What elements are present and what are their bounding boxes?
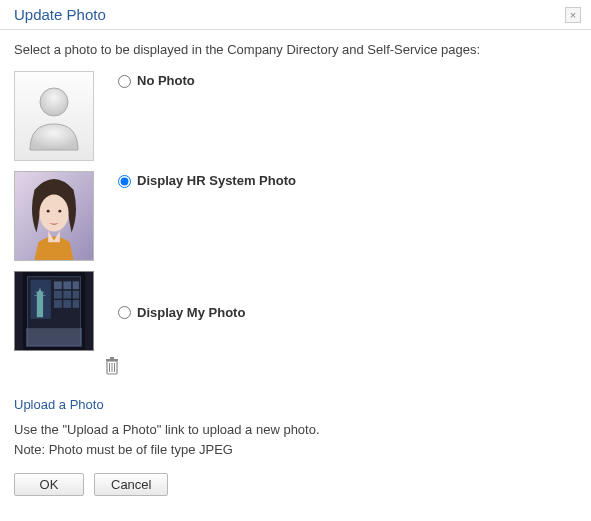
option-hr-photo: Display HR System Photo: [14, 171, 577, 261]
no-photo-radio[interactable]: [118, 75, 131, 88]
svg-rect-16: [73, 291, 79, 299]
dialog-header: Update Photo ×: [0, 0, 591, 30]
hr-photo-label: Display HR System Photo: [137, 173, 296, 188]
hr-photo-radio-group[interactable]: Display HR System Photo: [94, 171, 296, 188]
no-photo-thumbnail: [14, 71, 94, 161]
svg-rect-9: [37, 295, 43, 317]
svg-rect-11: [54, 281, 62, 289]
ok-button[interactable]: OK: [14, 473, 84, 496]
help-line-2: Note: Photo must be of file type JPEG: [14, 440, 577, 460]
update-photo-dialog: Update Photo × Select a photo to be disp…: [0, 0, 591, 508]
svg-rect-14: [54, 291, 62, 299]
no-photo-radio-group[interactable]: No Photo: [94, 71, 195, 88]
delete-photo-button[interactable]: [104, 357, 120, 375]
delete-row: [14, 361, 577, 379]
svg-point-3: [39, 195, 68, 232]
svg-rect-13: [73, 281, 79, 289]
svg-rect-19: [73, 300, 79, 308]
my-photo-image: [15, 272, 93, 350]
upload-photo-link[interactable]: Upload a Photo: [14, 397, 104, 412]
person-placeholder-icon: [22, 80, 86, 152]
help-text: Use the "Upload a Photo" link to upload …: [14, 420, 577, 459]
option-my-photo: Display My Photo: [14, 271, 577, 351]
my-photo-thumbnail: [14, 271, 94, 351]
svg-rect-26: [110, 357, 114, 359]
close-button[interactable]: ×: [565, 7, 581, 23]
svg-point-5: [58, 210, 61, 213]
hr-photo-radio[interactable]: [118, 175, 131, 188]
my-photo-radio[interactable]: [118, 306, 131, 319]
my-photo-radio-group[interactable]: Display My Photo: [94, 271, 245, 351]
dialog-body: Select a photo to be displayed in the Co…: [0, 30, 591, 508]
no-photo-label: No Photo: [137, 73, 195, 88]
my-photo-label: Display My Photo: [137, 305, 245, 320]
cancel-button[interactable]: Cancel: [94, 473, 168, 496]
svg-point-0: [40, 88, 68, 116]
close-icon: ×: [570, 9, 576, 21]
option-no-photo: No Photo: [14, 71, 577, 161]
svg-rect-15: [63, 291, 71, 299]
help-line-1: Use the "Upload a Photo" link to upload …: [14, 420, 577, 440]
dialog-title: Update Photo: [14, 6, 106, 23]
hr-photo-image: [15, 172, 93, 260]
svg-rect-18: [63, 300, 71, 308]
svg-rect-17: [54, 300, 62, 308]
svg-point-4: [47, 210, 50, 213]
button-row: OK Cancel: [14, 473, 577, 496]
svg-rect-25: [106, 359, 118, 361]
hr-photo-thumbnail: [14, 171, 94, 261]
trash-icon: [104, 357, 120, 375]
svg-rect-12: [63, 281, 71, 289]
svg-rect-20: [26, 328, 82, 347]
instruction-text: Select a photo to be displayed in the Co…: [14, 42, 577, 57]
